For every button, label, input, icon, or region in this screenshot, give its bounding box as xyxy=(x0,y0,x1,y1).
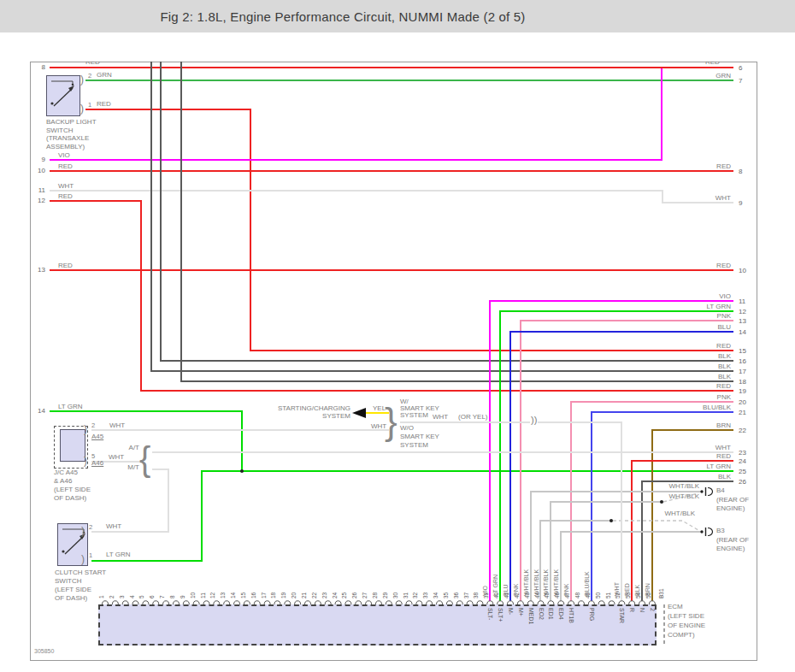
right-pin-number: 19 xyxy=(739,388,746,395)
ecm-pin-number: 8 xyxy=(170,595,176,598)
left-pin-number: 8 xyxy=(42,64,45,71)
left-pin-number: 12 xyxy=(38,197,45,204)
right-pin-number: 7 xyxy=(739,78,742,85)
ecm-pin-function-label: EO2 xyxy=(538,608,544,620)
right-pin-number: 8 xyxy=(739,168,742,175)
right-pin-number: 21 xyxy=(739,410,746,416)
ecm-pin-number: 22 xyxy=(312,592,318,598)
ecm-wire-color-label: RED xyxy=(624,583,630,596)
wire-label: RED xyxy=(716,383,731,390)
ecm-pin-number: 35 xyxy=(444,592,450,598)
ecm-wire-color-label: WHT xyxy=(614,582,620,596)
ecm-wire-color-label: BLU/BLK xyxy=(584,571,590,596)
right-pin-number: 23 xyxy=(739,450,746,457)
wire-label: BLU/BLK xyxy=(703,404,731,411)
wire-label: WHT/BLK xyxy=(668,493,699,500)
wire-label: & A46 xyxy=(54,478,72,485)
ecm-pin-function-label: R xyxy=(629,608,635,612)
wire-label: WHT xyxy=(58,183,74,190)
ecm-pin-number: 29 xyxy=(383,592,389,598)
wire-label: GRN xyxy=(97,72,112,79)
ecm-pin-function-label: HT1B xyxy=(568,608,574,623)
wire-label: A45 xyxy=(91,433,103,440)
ecm-pin-number: 14 xyxy=(231,592,237,598)
ecm-wire-color-label: WHT/BLK xyxy=(553,569,559,596)
wire-label: 1 xyxy=(89,552,92,559)
ecm-wire-color-label: WHT/BLK xyxy=(543,569,549,596)
wire-label: ECM xyxy=(668,604,683,610)
ecm-pin-function-label: PRG xyxy=(588,608,594,621)
right-pin-number: 13 xyxy=(739,318,746,325)
ecm-pin-function-label: ED4 xyxy=(558,608,564,620)
ecm-pin-number: 10 xyxy=(191,592,197,598)
wire-label: (LEFT SIDE xyxy=(668,613,704,620)
ecm-wire-color-label: BLK xyxy=(634,585,640,596)
wire-label: WHT xyxy=(109,454,124,461)
ecm-wire-color-label: WHT/BLK xyxy=(533,569,539,596)
left-pin-number: 9 xyxy=(42,156,45,163)
wire-label: CLUTCH START xyxy=(55,569,106,576)
left-pin-number: 13 xyxy=(38,267,45,274)
ecm-pin-number: 3 xyxy=(120,595,126,598)
wire-label: SYSTEM xyxy=(322,413,350,420)
wire-label: SWITCH xyxy=(46,127,74,134)
wire-label: WHT xyxy=(109,422,125,429)
wire-label: ENGINE) xyxy=(716,545,745,552)
wire-label: YEL xyxy=(373,405,386,412)
diagram-border xyxy=(30,62,757,661)
ecm-pin-number: 51 xyxy=(606,592,612,598)
wire-label: J/C A45 xyxy=(54,469,78,476)
wire-label: RED xyxy=(58,262,73,269)
wire-label: A/T xyxy=(129,445,139,451)
wiring-diagram-page: Fig 2: 1.8L, Engine Performance Circuit,… xyxy=(0,0,795,672)
wire-label: B4 xyxy=(716,487,725,494)
ecm-wire-color-label: BLU xyxy=(503,584,509,596)
ecm-pin-number: 2 xyxy=(109,595,115,598)
wire-label: VIO xyxy=(58,152,70,159)
wire-label: ) xyxy=(81,526,85,537)
wire-label: SYSTEM xyxy=(400,412,428,419)
wire-label: BLK xyxy=(718,363,731,370)
wire-label: 2 xyxy=(91,422,95,429)
right-pin-number: 26 xyxy=(739,479,746,486)
ecm-pin-number: 30 xyxy=(393,592,399,598)
ecm-wire-color-label: PNK xyxy=(563,584,569,596)
wire-label: A46 xyxy=(91,460,103,467)
diagram-canvas: REDREDVIOREDWHTREDREDLT GRNGRNRED)2)1BAC… xyxy=(0,0,795,672)
ecm-wire-color-label: PNK xyxy=(513,584,519,596)
clipped-label: RED xyxy=(705,62,736,66)
right-pin-number: 17 xyxy=(739,368,746,375)
wire-label: RED xyxy=(58,163,73,170)
wire-label: WHT/BLK xyxy=(668,483,699,490)
ecm-pin-number: 21 xyxy=(302,592,308,598)
ecm-pin-number: 36 xyxy=(454,592,460,598)
right-pin-number: 15 xyxy=(739,348,746,355)
ecm-pin-number: 38 xyxy=(474,592,480,598)
ecm-pin-function-label: 2 xyxy=(650,608,656,611)
wire-label: PNK xyxy=(717,394,731,401)
wire-label: { xyxy=(139,441,150,477)
wire-label: BLU xyxy=(717,324,731,331)
ecm-pin-number: 28 xyxy=(373,592,379,598)
ecm-pin-number: 24 xyxy=(333,592,339,598)
wire-label: (LEFT SIDE xyxy=(54,486,91,493)
ecm-wire-color-label: VIO xyxy=(482,586,488,596)
ecm-pin-number: 11 xyxy=(201,592,207,598)
ecm-pin-number: 9 xyxy=(180,595,186,598)
ecm-pin-number: 25 xyxy=(342,592,348,598)
wire-label: (TRANSAXLE xyxy=(46,135,89,142)
right-pin-number: 22 xyxy=(739,427,746,434)
wire-label: WHT xyxy=(716,195,731,202)
right-pin-number: 6 xyxy=(739,65,742,72)
ecm-pin-number: 7 xyxy=(160,595,166,598)
right-pin-number: 24 xyxy=(739,458,746,465)
ecm-pin-function-label: SLT- xyxy=(487,608,493,620)
wire-label: PNK xyxy=(717,313,731,320)
wire-label: LT GRN xyxy=(706,463,731,470)
ecm-pin-number: 26 xyxy=(352,592,358,598)
wire-label: LT GRN xyxy=(106,551,131,558)
wire-label: LT GRN xyxy=(58,404,83,410)
wire-label: RED xyxy=(716,343,731,350)
wire-label: WHT xyxy=(106,523,121,530)
ecm-pin-function-label: N xyxy=(639,608,645,612)
